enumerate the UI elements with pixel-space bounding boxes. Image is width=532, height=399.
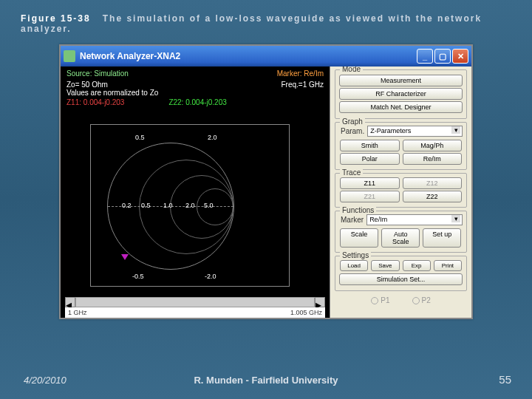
control-panel: Mode Measurement RF Characterizer Match …	[330, 66, 471, 318]
tick: 5.0	[204, 202, 214, 209]
port-selector: P1 P2	[335, 294, 467, 307]
export-button[interactable]: Exp	[403, 260, 431, 271]
tick: -2.0	[205, 273, 216, 280]
match-net-button[interactable]: Match Net. Designer	[339, 101, 463, 113]
close-button[interactable]: ✕	[452, 49, 468, 64]
figure-caption: Figure 15-38 The simulation of a low-los…	[0, 0, 532, 37]
frequency-range-bar: 1 GHz 1.005 GHz	[65, 307, 325, 318]
polar-button[interactable]: Polar	[340, 153, 400, 165]
normalized-label: Values are normalized to Zo	[61, 89, 330, 97]
footer-page-number: 55	[499, 373, 511, 386]
marker-label: Marker	[339, 214, 365, 225]
tick: 1.0	[163, 202, 173, 209]
reim-button[interactable]: Re/Im	[403, 153, 463, 165]
scroll-left-icon[interactable]: ◂	[65, 297, 75, 307]
freq-start: 1 GHz	[68, 309, 87, 316]
z11-button[interactable]: Z11	[340, 177, 400, 189]
scroll-thumb[interactable]	[75, 297, 315, 307]
window-title: Network Analyzer-XNA2	[80, 51, 417, 61]
app-window: Network Analyzer-XNA2 _ ▢ ✕ Source: Simu…	[59, 44, 473, 319]
group-title: Functions	[340, 206, 376, 214]
group-title: Settings	[340, 251, 371, 259]
port2-radio[interactable]: P2	[412, 296, 431, 304]
z12-button[interactable]: Z12	[403, 177, 463, 189]
marker-triangle-icon[interactable]	[121, 254, 129, 260]
settings-group: Settings Load Save Exp Print Simulation …	[335, 256, 467, 291]
horizontal-scrollbar[interactable]: ◂ ▸	[65, 297, 325, 307]
smith-button[interactable]: Smith	[340, 140, 400, 151]
scale-button[interactable]: Scale	[340, 228, 378, 248]
footer-author: R. Munden - Fairfield University	[0, 375, 532, 386]
tick: 0.5	[141, 202, 151, 209]
port1-radio[interactable]: P1	[371, 296, 389, 304]
tick: 2.0	[208, 134, 217, 141]
mode-group: Mode Measurement RF Characterizer Match …	[335, 69, 467, 119]
graph-group: Graph Param. Z-Parameters Smith Mag/Ph P…	[335, 122, 467, 170]
scroll-right-icon[interactable]: ▸	[315, 297, 325, 307]
titlebar[interactable]: Network Analyzer-XNA2 _ ▢ ✕	[61, 46, 471, 66]
group-title: Trace	[340, 168, 363, 177]
magph-button[interactable]: Mag/Ph	[403, 140, 463, 151]
minimize-button[interactable]: _	[417, 49, 433, 64]
smith-circle	[197, 188, 233, 225]
tick: 0.2	[122, 202, 132, 209]
setup-button[interactable]: Set up	[423, 228, 461, 248]
z11-readout: Z11: 0.004-j0.203	[66, 98, 124, 106]
smith-chart-frame: 0.5 2.0 0.2 0.5 1.0 2.0 5.0 -0.5 -2.0	[90, 124, 290, 287]
group-title: Graph	[340, 117, 365, 126]
tick: -0.5	[132, 273, 144, 280]
functions-group: Functions Marker Re/Im Scale Auto Scale …	[335, 211, 467, 253]
marker-mode-label: Marker: Re/Im	[277, 69, 324, 78]
param-select[interactable]: Z-Parameters	[367, 126, 463, 137]
load-button[interactable]: Load	[340, 260, 368, 271]
tick: 2.0	[185, 202, 195, 209]
param-label: Param.	[339, 126, 366, 137]
maximize-button[interactable]: ▢	[434, 49, 451, 64]
trace-group: Trace Z11 Z12 Z21 Z22	[335, 173, 467, 208]
group-title: Mode	[340, 66, 363, 73]
z22-readout: Z22: 0.004-j0.203	[168, 98, 226, 106]
caption-number: Figure 15-38	[21, 13, 91, 24]
zo-label: Zo= 50 Ohm	[66, 81, 108, 89]
z21-button[interactable]: Z21	[340, 191, 400, 202]
marker-select[interactable]: Re/Im	[366, 214, 463, 225]
tick: 0.5	[135, 134, 145, 141]
print-button[interactable]: Print	[434, 260, 462, 271]
freq-end: 1.005 GHz	[290, 309, 322, 316]
simulation-set-button[interactable]: Simulation Set...	[339, 273, 463, 285]
rf-characterizer-button[interactable]: RF Characterizer	[339, 88, 463, 100]
plot-area: Source: Simulation Marker: Re/Im Zo= 50 …	[61, 66, 330, 318]
z22-button[interactable]: Z22	[403, 191, 463, 202]
measurement-button[interactable]: Measurement	[339, 75, 463, 86]
save-button[interactable]: Save	[371, 260, 399, 271]
app-icon	[64, 50, 75, 62]
autoscale-button[interactable]: Auto Scale	[381, 228, 420, 248]
source-label: Source: Simulation	[66, 69, 129, 78]
freq-label: Freq.=1 GHz	[281, 81, 324, 89]
